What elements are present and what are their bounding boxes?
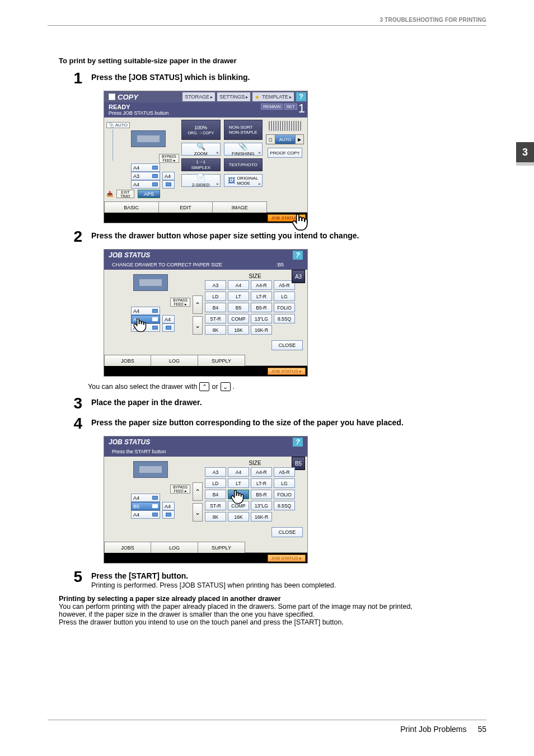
js2-size-a5r[interactable]: A5-R	[274, 467, 295, 477]
zoom-button[interactable]: 🔍ZOOM▸	[181, 143, 221, 156]
size-85sq[interactable]: 8.5SQ	[274, 314, 295, 323]
close-button[interactable]: CLOSE	[271, 340, 303, 350]
js1-bypass[interactable]: BYPASSFEED ▸	[170, 298, 190, 307]
jobstatus-button[interactable]: JOB STATUS ▸	[268, 214, 306, 222]
js2-nav-up[interactable]: ⌃	[193, 482, 203, 501]
js1-drawer-r1[interactable]: A4	[162, 315, 175, 323]
auto-chip[interactable]: 📎 AUTO	[106, 122, 130, 128]
size-a4[interactable]: A4	[228, 280, 249, 290]
nav-up-button[interactable]: ⌃	[193, 295, 203, 314]
textphoto-button[interactable]: TEXT/PHOTO	[224, 158, 263, 171]
step-5-title: Press the [START] button.	[91, 571, 486, 580]
size-b4[interactable]: B4	[205, 303, 226, 312]
js2-size-8k[interactable]: 8K	[205, 512, 226, 522]
js2-size-str[interactable]: ST-R	[205, 501, 226, 510]
js2-tab-log[interactable]: LOG	[151, 542, 198, 553]
help-button[interactable]: ?	[296, 92, 306, 101]
js2-size-header: SIZE	[205, 460, 305, 466]
settings-button[interactable]: SETTINGS▸	[217, 92, 250, 101]
nav-down-button[interactable]: ⌄	[193, 316, 203, 335]
js2-nav-down[interactable]: ⌄	[193, 503, 203, 522]
size-13lg[interactable]: 13"LG	[251, 314, 272, 323]
js1-drawer-3[interactable]: A4	[131, 323, 160, 332]
js1-help-button[interactable]: ?	[293, 251, 303, 260]
storage-label: STORAGE	[185, 94, 209, 100]
tab-edit[interactable]: EDIT	[159, 201, 213, 213]
tab-supply[interactable]: SUPPLY	[198, 355, 245, 366]
js2-size-a4[interactable]: A4	[228, 467, 249, 477]
density-auto[interactable]: ◻ AUTO ▶	[266, 134, 303, 144]
js1-drawer-r2[interactable]	[162, 323, 175, 332]
tab-basic[interactable]: BASIC	[104, 201, 159, 213]
size-a3[interactable]: A3	[205, 280, 226, 290]
size-16k[interactable]: 16K	[228, 325, 249, 335]
template-button[interactable]: TEMPLATE▸	[252, 92, 294, 101]
js2-size-ld[interactable]: LD	[205, 478, 226, 488]
original-mode-button[interactable]: 🖼ORIGINAL MODE▸	[224, 174, 263, 187]
size-ltr[interactable]: LT-R	[251, 292, 272, 301]
js2-size-16k[interactable]: 16K	[228, 512, 249, 522]
size-b5[interactable]: B5	[228, 303, 249, 312]
js2-bypass[interactable]: BYPASSFEED ▸	[170, 485, 190, 494]
js2-drawer-r1[interactable]: A4	[162, 502, 175, 510]
js1-statusbar: JOB STATUS ▸	[104, 366, 307, 376]
js2-size-a3[interactable]: A3	[205, 467, 226, 477]
two-sided-button[interactable]: 📄2-SIDED▸	[181, 174, 221, 187]
js2-tab-jobs[interactable]: JOBS	[104, 542, 151, 553]
js2-size-lt[interactable]: LT	[228, 478, 249, 488]
js2-size-b5-selected[interactable]: B5	[228, 490, 249, 499]
finishing-button[interactable]: 📎FINISHING▸	[224, 143, 263, 156]
js2-drawer-3[interactable]: A4	[131, 510, 160, 519]
js2-size-lg[interactable]: LG	[274, 478, 295, 488]
js2-size-85sq[interactable]: 8.5SQ	[274, 501, 295, 510]
size-comp[interactable]: COMP	[228, 314, 249, 323]
original-label: ORIGINAL MODE	[237, 176, 258, 186]
proof-copy-button[interactable]: PROOF COPY	[268, 148, 302, 158]
js2-tab-supply[interactable]: SUPPLY	[198, 542, 245, 553]
js2-size-13lg[interactable]: 13"LG	[251, 501, 272, 510]
copy-left-pane: 📎 AUTO BYPASS FEED ▸ A4	[106, 120, 179, 198]
storage-button[interactable]: STORAGE▸	[182, 92, 215, 101]
drawer-a3[interactable]: A3	[131, 172, 160, 180]
js2-drawer-1[interactable]: A4	[131, 494, 160, 502]
js2-size-b5r[interactable]: B5-R	[251, 490, 272, 499]
nonsort-button[interactable]: NON-SORT NON-STAPLE	[224, 120, 263, 140]
js2-size-folio[interactable]: FOLIO	[274, 490, 295, 499]
js2-size-b4[interactable]: B4	[205, 490, 226, 499]
size-16kr[interactable]: 16K-R	[251, 325, 272, 335]
chapter-tab: 3	[516, 142, 534, 162]
size-b5r[interactable]: B5-R	[251, 303, 272, 312]
size-lg[interactable]: LG	[274, 292, 295, 301]
js1-drawer-1[interactable]: A4	[131, 307, 160, 315]
js2-size-a4r[interactable]: A4-R	[251, 467, 272, 477]
js2-close-button[interactable]: CLOSE	[271, 527, 303, 537]
copy-statusbar: JOB STATUS ▸	[104, 213, 307, 223]
drawer-small-a4[interactable]: A4	[162, 172, 175, 180]
zoom-pct-button[interactable]: 100% ORG. →COPY	[181, 120, 221, 140]
js2-drawer-r2[interactable]	[162, 510, 175, 519]
tab-log[interactable]: LOG	[151, 355, 198, 366]
exit-l2: TRAY	[117, 194, 134, 198]
drawer-a4-2[interactable]: A4	[131, 180, 160, 189]
js2-size-comp[interactable]: COMP	[228, 501, 249, 510]
size-ld[interactable]: LD	[205, 292, 226, 301]
js2-size-16kr[interactable]: 16K-R	[251, 512, 272, 522]
js1-jobstatus-button[interactable]: JOB STATUS ▸	[268, 368, 306, 375]
js2-size-ltr[interactable]: LT-R	[251, 478, 272, 488]
drawer-a4-1[interactable]: A4	[131, 163, 160, 172]
size-a4r[interactable]: A4-R	[251, 280, 272, 290]
js2-jobstatus-button[interactable]: JOB STATUS ▸	[268, 555, 306, 562]
drawer-small-blank[interactable]	[162, 180, 175, 189]
simplex-button[interactable]: 1→1 SIMPLEX	[181, 158, 221, 171]
js2-drawer-2-selected[interactable]: B5	[131, 502, 160, 510]
tab-jobs[interactable]: JOBS	[104, 355, 151, 366]
size-lt[interactable]: LT	[228, 292, 249, 301]
size-str[interactable]: ST-R	[205, 314, 226, 323]
js2-help-button[interactable]: ?	[293, 438, 303, 447]
exit-tray-button[interactable]: EXIT TRAY	[116, 190, 134, 198]
size-folio[interactable]: FOLIO	[274, 303, 295, 312]
js1-drawer-2-selected[interactable]: A3	[131, 315, 160, 323]
tab-image[interactable]: IMAGE	[213, 201, 267, 213]
size-8k[interactable]: 8K	[205, 325, 226, 335]
aps-button[interactable]: APS	[138, 190, 160, 198]
